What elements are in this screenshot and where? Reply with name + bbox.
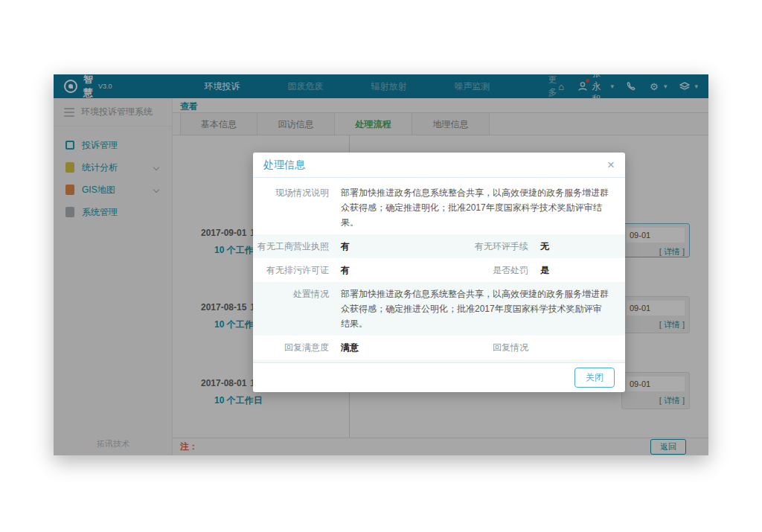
close-icon[interactable]: × <box>607 158 615 171</box>
field-value: 有 <box>341 239 457 254</box>
field-label: 处置情况 <box>253 286 341 301</box>
field-row-license-eia: 有无工商营业执照 有 有无环评手续 无 <box>253 234 625 258</box>
field-label: 回复满意度 <box>253 340 341 355</box>
field-label: 现场情况说明 <box>253 185 341 200</box>
field-value: 有 <box>341 263 457 278</box>
field-value: 部署加快推进政务信息系统整合共享，以高效便捷的政务服务增进群众获得感；确定推进明… <box>341 185 612 230</box>
field-label: 回复情况 <box>457 340 540 355</box>
field-row-scene: 现场情况说明 部署加快推进政务信息系统整合共享，以高效便捷的政务服务增进群众获得… <box>253 181 625 234</box>
field-value: 是 <box>540 263 612 278</box>
field-value: 满意 <box>341 340 457 355</box>
field-row-permit-punish: 有无排污许可证 有 是否处罚 是 <box>253 258 625 282</box>
modal-body: 现场情况说明 部署加快推进政务信息系统整合共享，以高效便捷的政务服务增进群众获得… <box>253 178 625 362</box>
close-button[interactable]: 关闭 <box>574 368 615 388</box>
field-label: 是否处罚 <box>457 263 540 278</box>
field-label: 有无排污许可证 <box>253 263 341 278</box>
modal-title: 处理信息 <box>263 158 305 172</box>
field-value: 无 <box>540 239 612 254</box>
field-label: 有无环评手续 <box>457 239 540 254</box>
app-window: 温江智慧环保 V3.0 环境投诉 固废危废 辐射放射 噪声监测 更多 ⌂ 张永和… <box>54 74 708 455</box>
field-label: 有无工商营业执照 <box>253 239 341 254</box>
modal-footer: 关闭 <box>253 362 625 392</box>
field-value: 部署加快推进政务信息系统整合共享，以高效便捷的政务服务增进群众获得感；确定推进公… <box>341 286 612 331</box>
modal-header: 处理信息 × <box>253 153 625 178</box>
field-row-satisfaction-reply: 回复满意度 满意 回复情况 <box>253 336 625 359</box>
processing-info-modal: 处理信息 × 现场情况说明 部署加快推进政务信息系统整合共享，以高效便捷的政务服… <box>253 153 625 392</box>
field-row-disposal: 处置情况 部署加快推进政务信息系统整合共享，以高效便捷的政务服务增进群众获得感；… <box>253 282 625 336</box>
